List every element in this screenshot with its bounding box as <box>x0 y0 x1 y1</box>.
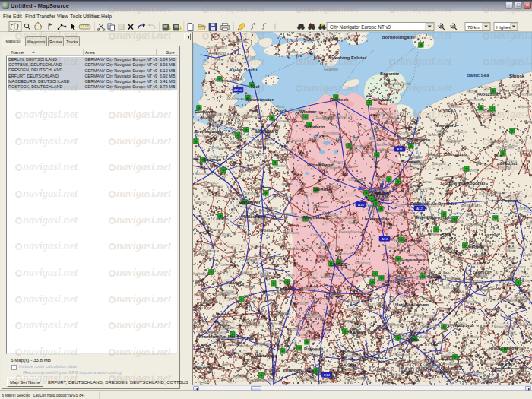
svg-text:Rendsburg: Rendsburg <box>256 142 274 146</box>
svg-text:Elmshorn: Elmshorn <box>302 287 317 290</box>
svg-text:Choszczno: Choszczno <box>444 152 467 157</box>
svg-text:Güstrow: Güstrow <box>211 341 224 345</box>
svg-text:Köthen: Köthen <box>490 358 502 362</box>
svg-text:Luckenwalde: Luckenwalde <box>362 217 390 221</box>
svg-text:Schwerin: Schwerin <box>304 124 325 129</box>
svg-text:Paderborn: Paderborn <box>199 249 217 253</box>
svg-text:Köthen: Köthen <box>311 233 322 237</box>
svg-text:Liberec: Liberec <box>420 296 432 300</box>
svg-text:Bornholmgatte: Bornholmgatte <box>382 34 416 40</box>
svg-text:Güstrow: Güstrow <box>395 353 409 357</box>
svg-text:Malchin: Malchin <box>239 344 252 348</box>
svg-text:Rinteln: Rinteln <box>341 319 353 323</box>
svg-text:Apolda: Apolda <box>281 182 293 186</box>
svg-text:Eutin: Eutin <box>289 341 297 345</box>
svg-text:Szczecin: Szczecin <box>410 137 430 142</box>
svg-text:Naumburg: Naumburg <box>420 325 437 328</box>
svg-text:Hoyerswerda: Hoyerswerda <box>401 258 429 262</box>
svg-text:Querfurt: Querfurt <box>261 138 274 142</box>
svg-text:Malchin: Malchin <box>360 291 373 295</box>
svg-text:Liebenwalde: Liebenwalde <box>464 223 484 226</box>
svg-text:Höxter: Höxter <box>290 328 300 331</box>
svg-text:Löbau: Löbau <box>321 275 331 279</box>
svg-text:Belzig: Belzig <box>442 355 452 359</box>
svg-text:Ústí Nad Labem: Ústí Nad Labem <box>395 302 429 307</box>
svg-text:Eutin: Eutin <box>467 213 475 217</box>
svg-text:Delitzsch: Delitzsch <box>220 320 234 324</box>
svg-text:Berlin: Berlin <box>374 190 389 197</box>
svg-text:Schwedt: Schwedt <box>402 160 420 164</box>
svg-text:Weißenfels: Weißenfels <box>496 146 515 150</box>
svg-text:Rathenow: Rathenow <box>313 205 330 209</box>
svg-text:Sömmerda: Sömmerda <box>415 187 432 191</box>
svg-text:Wałbrzych: Wałbrzych <box>454 323 474 328</box>
svg-text:Praha: Praha <box>406 337 420 342</box>
svg-text:Hameln: Hameln <box>210 228 223 232</box>
svg-text:Borna: Borna <box>422 180 432 184</box>
svg-text:Peine: Peine <box>349 150 358 154</box>
svg-text:Bytów: Bytów <box>524 120 532 124</box>
svg-text:Pinneberg: Pinneberg <box>280 148 296 152</box>
svg-text:Mölln: Mölln <box>330 185 339 188</box>
svg-text:Lübben: Lübben <box>218 327 230 331</box>
svg-text:Żagań: Żagań <box>441 245 452 250</box>
svg-text:Frankfurt Am Main: Frankfurt Am Main <box>199 334 238 339</box>
svg-text:Leszno: Leszno <box>482 233 497 237</box>
svg-text:Neubrandenburg: Neubrandenburg <box>345 144 372 148</box>
svg-text:Fürstenwalde: Fürstenwalde <box>385 211 406 215</box>
svg-text:Gotha: Gotha <box>505 241 515 245</box>
svg-text:Gotha: Gotha <box>435 255 445 259</box>
svg-text:Strasburg: Strasburg <box>505 316 521 320</box>
svg-text:Legnica: Legnica <box>473 270 490 274</box>
svg-text:Grimma: Grimma <box>289 139 302 143</box>
svg-text:Plau: Plau <box>285 195 293 199</box>
svg-text:Querfurt: Querfurt <box>502 257 516 261</box>
svg-text:Peine: Peine <box>286 274 295 277</box>
svg-text:Herzberg: Herzberg <box>445 277 461 280</box>
svg-text:Calau: Calau <box>205 116 215 119</box>
svg-text:Bremerhaven: Bremerhaven <box>195 129 223 134</box>
svg-text:Mölln: Mölln <box>309 337 318 341</box>
svg-text:Northeim: Northeim <box>482 378 496 382</box>
svg-text:Coburg: Coburg <box>299 378 312 382</box>
svg-text:Jena: Jena <box>309 312 317 315</box>
svg-text:Eilenburg: Eilenburg <box>420 315 435 318</box>
svg-text:Eilenburg: Eilenburg <box>369 137 385 141</box>
svg-text:Perleberg: Perleberg <box>355 261 371 265</box>
svg-text:Zielona Góra: Zielona Góra <box>442 220 464 223</box>
svg-text:Alfeld: Alfeld <box>363 151 372 155</box>
svg-text:Gotha: Gotha <box>348 178 358 182</box>
svg-text:Maribo: Maribo <box>287 50 298 54</box>
svg-text:Kutná Hora: Kutná Hora <box>423 363 441 367</box>
svg-text:Celle: Celle <box>254 182 262 186</box>
svg-text:Prenzlau: Prenzlau <box>498 166 512 169</box>
svg-text:Bremervörde: Bremervörde <box>419 233 439 237</box>
svg-text:Malchin: Malchin <box>329 166 342 170</box>
svg-text:Mölln: Mölln <box>265 328 274 331</box>
svg-text:Nordhausen: Nordhausen <box>227 97 247 101</box>
svg-text:Eschwege: Eschwege <box>387 323 404 327</box>
svg-text:Perleberg: Perleberg <box>445 363 461 366</box>
svg-text:Höxter: Höxter <box>403 284 413 288</box>
svg-text:Melsungen: Melsungen <box>211 146 228 150</box>
svg-text:Leipzig: Leipzig <box>330 261 347 268</box>
svg-text:Wrocł: Wrocł <box>508 276 521 281</box>
svg-text:Alfeld: Alfeld <box>356 377 366 381</box>
svg-text:Cottbus: Cottbus <box>404 238 423 243</box>
svg-text:70 km: 70 km <box>467 24 480 30</box>
svg-text:Heide: Heide <box>395 204 405 208</box>
svg-text:Demmin: Demmin <box>195 134 209 138</box>
svg-text:Łeba: Łeba <box>512 84 521 87</box>
svg-text:Zerbst: Zerbst <box>491 191 502 195</box>
svg-text:Uelzen: Uelzen <box>220 263 232 267</box>
svg-text:Blankenburg: Blankenburg <box>207 46 227 49</box>
svg-text:Korbach: Korbach <box>246 359 260 363</box>
svg-text:Eilenburg: Eilenburg <box>467 280 482 283</box>
svg-text:Dresden: Dresden <box>385 278 404 283</box>
svg-text:Frankfurt An Der Oder: Frankfurt An Der Oder <box>410 201 458 206</box>
svg-text:A12: A12 <box>416 207 423 211</box>
svg-text:A10: A10 <box>358 203 364 207</box>
svg-text:Gifhorn: Gifhorn <box>271 322 283 326</box>
svg-text:Kassel: Kassel <box>226 280 241 285</box>
svg-text:Chodzież: Chodzież <box>500 161 518 166</box>
